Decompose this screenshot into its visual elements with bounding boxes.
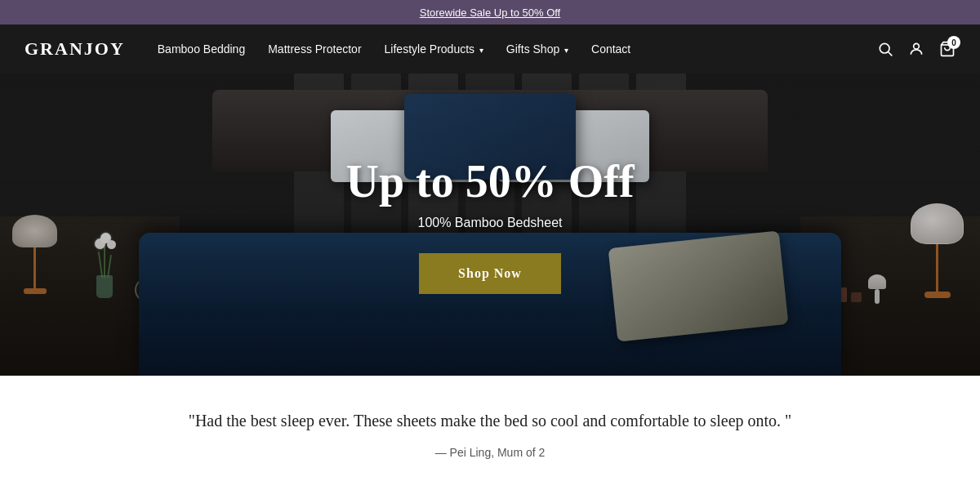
nav-mattress-protector[interactable]: Mattress Protector	[268, 42, 361, 56]
svg-line-1	[889, 52, 893, 56]
top-banner: Storewide Sale Up to 50% Off	[0, 0, 980, 24]
nav-lifestyle-products[interactable]: Lifestyle Products ▾	[385, 42, 483, 56]
search-icon	[877, 41, 893, 57]
testimonial-section: "Had the best sleep ever. These sheets m…	[0, 376, 980, 483]
account-button[interactable]	[908, 41, 924, 57]
cart-button[interactable]: 0	[939, 41, 956, 57]
nav-bamboo-bedding[interactable]: Bamboo Bedding	[158, 42, 245, 56]
user-icon	[908, 41, 924, 57]
testimonial-quote: "Had the best sleep ever. These sheets m…	[163, 408, 817, 433]
svg-point-2	[914, 43, 920, 49]
main-nav: Bamboo Bedding Mattress Protector Lifest…	[158, 42, 877, 56]
nav-contact[interactable]: Contact	[591, 42, 630, 56]
header: GRANJOY Bamboo Bedding Mattress Protecto…	[0, 24, 980, 74]
testimonial-author: — Pei Ling, Mum of 2	[163, 446, 817, 459]
svg-point-0	[880, 43, 889, 53]
lifestyle-dropdown-arrow: ▾	[477, 46, 483, 55]
nav-gifts-shop[interactable]: Gifts Shop ▾	[506, 42, 568, 56]
hero-title: Up to 50% Off	[345, 155, 634, 207]
logo[interactable]: GRANJOY	[24, 38, 125, 60]
header-icons: 0	[877, 41, 956, 57]
search-button[interactable]	[877, 41, 893, 57]
hero-section: ◔	[0, 74, 980, 376]
hero-subtitle: 100% Bamboo Bedsheet	[417, 216, 562, 230]
shop-now-button[interactable]: Shop Now	[419, 253, 561, 294]
banner-link[interactable]: Storewide Sale Up to 50% Off	[420, 7, 560, 19]
hero-overlay: Up to 50% Off 100% Bamboo Bedsheet Shop …	[0, 74, 980, 376]
cart-badge: 0	[947, 36, 960, 49]
gifts-dropdown-arrow: ▾	[562, 46, 568, 55]
